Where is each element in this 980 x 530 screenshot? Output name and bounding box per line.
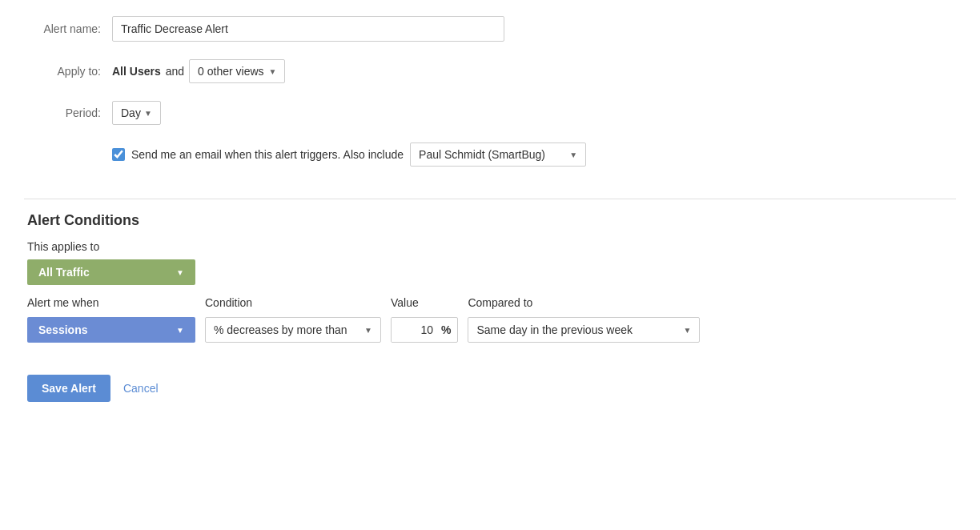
- actions-row: Save Alert Cancel: [27, 375, 956, 402]
- condition-col-label: Condition: [205, 296, 381, 309]
- period-value: Day: [121, 106, 141, 119]
- compared-to-col: Compared to Same day in the previous wee…: [468, 296, 700, 343]
- email-include-value: Paul Schmidt (SmartBug): [419, 148, 545, 161]
- compared-to-col-label: Compared to: [468, 296, 700, 309]
- compared-to-dropdown[interactable]: Same day in the previous week ▼: [468, 317, 700, 343]
- alert-name-label: Alert name:: [24, 22, 112, 35]
- value-input-wrap: %: [391, 317, 458, 343]
- condition-value: % decreases by more than: [214, 323, 347, 336]
- value-col: Value %: [391, 296, 458, 343]
- percent-symbol: %: [440, 318, 457, 342]
- conditions-grid: Alert me when Sessions ▼ Condition % dec…: [27, 296, 953, 343]
- alert-conditions-title: Alert Conditions: [27, 212, 953, 229]
- cancel-button[interactable]: Cancel: [123, 382, 159, 395]
- period-row: Period: Day ▼: [24, 101, 956, 125]
- condition-col: Condition % decreases by more than ▼: [205, 296, 381, 343]
- chevron-down-icon: ▼: [176, 268, 184, 277]
- alert-me-when-col: Alert me when Sessions ▼: [27, 296, 195, 343]
- apply-to-row: Apply to: All Users and 0 other views ▼: [24, 59, 956, 83]
- alert-conditions-section: Alert Conditions This applies to All Tra…: [24, 212, 956, 343]
- other-views-dropdown[interactable]: 0 other views ▼: [189, 59, 285, 83]
- condition-dropdown[interactable]: % decreases by more than ▼: [205, 317, 381, 343]
- chevron-down-icon: ▼: [684, 326, 692, 335]
- section-divider: [24, 199, 956, 199]
- compared-to-value: Same day in the previous week: [476, 323, 633, 336]
- chevron-down-icon: ▼: [144, 109, 152, 118]
- apply-to-and: and: [166, 65, 184, 78]
- email-checkbox[interactable]: [112, 148, 125, 161]
- email-check-label: Send me an email when this alert trigger…: [131, 148, 404, 161]
- chevron-down-icon: ▼: [269, 67, 277, 76]
- all-users-label: All Users: [112, 65, 161, 78]
- email-notification-row: Send me an email when this alert trigger…: [112, 143, 956, 167]
- save-alert-button[interactable]: Save Alert: [27, 375, 110, 402]
- chevron-down-icon: ▼: [364, 326, 372, 335]
- other-views-label: 0 other views: [198, 65, 263, 78]
- alert-me-when-label: Alert me when: [27, 296, 195, 309]
- sessions-label: Sessions: [38, 323, 87, 336]
- all-traffic-label: All Traffic: [38, 266, 90, 279]
- value-input[interactable]: [392, 318, 440, 342]
- period-dropdown[interactable]: Day ▼: [112, 101, 161, 125]
- chevron-down-icon: ▼: [569, 151, 577, 159]
- chevron-down-icon: ▼: [176, 326, 184, 335]
- value-col-label: Value: [391, 296, 458, 309]
- sessions-dropdown[interactable]: Sessions ▼: [27, 317, 195, 343]
- all-traffic-dropdown[interactable]: All Traffic ▼: [27, 259, 195, 285]
- apply-to-content: All Users and 0 other views ▼: [112, 59, 285, 83]
- apply-to-label: Apply to:: [24, 65, 112, 78]
- alert-name-input[interactable]: [112, 16, 504, 42]
- email-include-dropdown[interactable]: Paul Schmidt (SmartBug) ▼: [410, 143, 586, 167]
- alert-name-row: Alert name:: [24, 16, 956, 42]
- period-label: Period:: [24, 106, 112, 119]
- this-applies-to-label: This applies to: [27, 240, 953, 253]
